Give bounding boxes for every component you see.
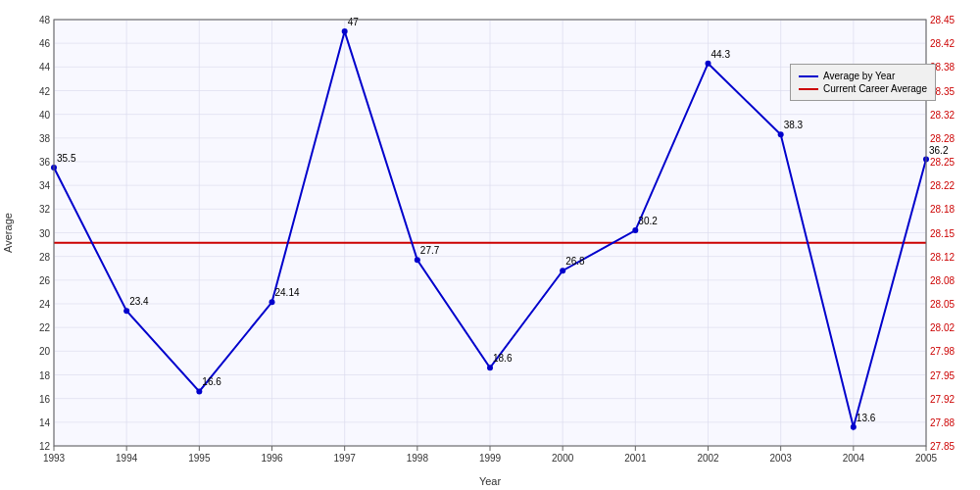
svg-text:Average: Average [2,213,14,253]
svg-text:28.15: 28.15 [930,228,955,239]
svg-text:38.3: 38.3 [784,120,804,130]
svg-text:18.6: 18.6 [493,353,513,364]
svg-text:1998: 1998 [407,453,429,464]
svg-point-102 [196,388,202,394]
svg-text:2000: 2000 [552,453,574,464]
svg-text:2003: 2003 [770,453,793,464]
svg-text:27.92: 27.92 [930,394,955,405]
svg-text:27.85: 27.85 [930,441,955,452]
svg-text:28.45: 28.45 [930,15,955,25]
svg-point-106 [342,28,348,34]
svg-text:22: 22 [39,322,51,333]
svg-point-116 [706,61,711,67]
svg-point-114 [632,227,638,233]
legend-box: Average by Year Current Career Average [790,64,936,101]
svg-text:35.5: 35.5 [57,153,76,164]
svg-text:27.95: 27.95 [930,370,955,381]
svg-text:28.42: 28.42 [930,38,955,49]
svg-text:28.18: 28.18 [930,204,955,215]
svg-text:1995: 1995 [188,453,211,464]
svg-text:42: 42 [39,86,51,97]
legend-label-1: Average by Year [823,71,895,81]
svg-text:13.6: 13.6 [857,413,876,423]
svg-text:44.3: 44.3 [711,49,731,60]
svg-text:48: 48 [39,15,51,25]
svg-text:23.4: 23.4 [129,296,149,307]
svg-text:28.12: 28.12 [930,252,955,263]
svg-text:40: 40 [39,110,51,121]
svg-text:27.7: 27.7 [420,245,440,256]
svg-text:28.32: 28.32 [930,110,955,121]
svg-text:1996: 1996 [261,453,283,464]
svg-text:26: 26 [39,275,51,286]
chart-container: 1214161820222426283032343638404244464827… [0,0,980,490]
legend-line-blue [799,75,818,77]
svg-point-100 [123,308,129,314]
svg-text:34: 34 [39,180,51,191]
svg-text:27.88: 27.88 [930,417,955,428]
legend-item-2: Current Career Average [799,83,927,94]
svg-text:28.02: 28.02 [930,322,955,333]
svg-text:16.6: 16.6 [202,376,221,387]
svg-text:Year: Year [479,475,502,487]
svg-text:38: 38 [39,133,51,144]
svg-text:47: 47 [348,17,360,27]
svg-text:14: 14 [39,417,51,428]
svg-text:46: 46 [39,38,51,49]
svg-text:18: 18 [39,370,51,381]
svg-point-108 [415,257,420,263]
svg-text:36.2: 36.2 [929,145,949,156]
svg-text:30: 30 [39,228,51,239]
svg-text:28.25: 28.25 [930,157,955,168]
svg-text:28.22: 28.22 [930,180,955,191]
legend-item-1: Average by Year [799,71,927,81]
svg-text:24.14: 24.14 [275,287,300,298]
svg-text:36: 36 [39,157,51,168]
legend-label-2: Current Career Average [823,83,927,94]
svg-text:12: 12 [39,441,51,452]
svg-text:16: 16 [39,394,51,405]
svg-text:2001: 2001 [624,453,647,464]
legend-line-red [799,88,818,90]
svg-text:2005: 2005 [915,453,938,464]
svg-text:28.08: 28.08 [930,275,955,286]
svg-text:1993: 1993 [43,453,66,464]
svg-text:44: 44 [39,62,51,73]
svg-text:28.28: 28.28 [930,133,955,144]
svg-text:1994: 1994 [116,453,138,464]
svg-text:2002: 2002 [697,453,719,464]
svg-text:24: 24 [39,299,51,310]
svg-text:1997: 1997 [334,453,357,464]
svg-text:1999: 1999 [479,453,502,464]
svg-text:28: 28 [39,252,51,263]
svg-point-118 [778,131,784,137]
svg-text:20: 20 [39,346,51,357]
svg-text:32: 32 [39,204,51,215]
svg-point-104 [270,299,275,305]
svg-text:30.2: 30.2 [638,216,658,226]
svg-point-112 [560,268,565,273]
svg-text:27.98: 27.98 [930,346,955,357]
svg-text:2004: 2004 [843,453,865,464]
svg-text:26.8: 26.8 [565,256,585,267]
svg-text:28.05: 28.05 [930,299,955,310]
svg-point-120 [851,424,857,430]
svg-point-110 [487,365,493,370]
